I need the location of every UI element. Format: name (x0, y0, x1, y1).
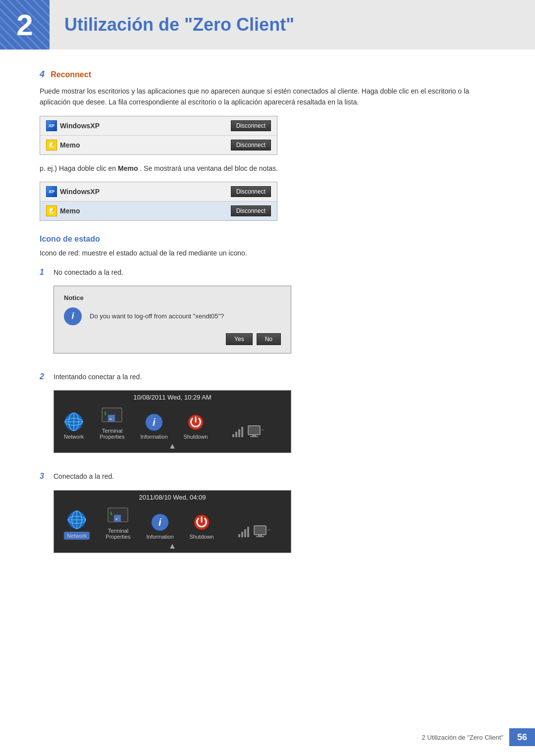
item1-text: No conectado a la red. (54, 267, 495, 278)
svg-text:→: → (266, 526, 270, 533)
session-box-2: XP WindowsXP Disconnect 📝 Memo Disconnec… (40, 182, 277, 221)
svg-rect-16 (248, 426, 260, 435)
taskbar-item-info: i Information (140, 413, 167, 440)
session-row-highlighted: 📝 Memo Disconnect (40, 202, 277, 220)
monitor-icon-2: → (253, 525, 270, 540)
signal-icon (231, 426, 244, 438)
taskbar-indicator: ▲ (54, 442, 291, 453)
session-name: Memo (60, 141, 80, 149)
disconnect-button-2[interactable]: Disconnect (231, 140, 271, 151)
notice-header: Notice (64, 294, 281, 302)
monitor-icon: → (247, 425, 264, 440)
subsection-icon-title: Icono de estado (40, 235, 495, 244)
memo-icon: 📝 (46, 205, 57, 216)
num-label-1: 1 (40, 268, 50, 277)
svg-rect-17 (252, 435, 256, 436)
svg-rect-32 (238, 534, 240, 537)
session-row: XP WindowsXP Disconnect (40, 182, 277, 202)
svg-rect-36 (254, 526, 266, 535)
svg-text:i: i (159, 517, 161, 528)
footer-text: 2 Utilización de "Zero Client" (422, 734, 509, 741)
globe-icon (64, 412, 84, 432)
taskbar-item-shutdown: Shutdown (184, 413, 208, 440)
network-label-connected: Network (64, 532, 90, 540)
taskbar-item-terminal-2: $ _ ≡ Terminal Properties (106, 507, 130, 540)
num-item-3: 3 Conectado a la red. 2011/08/10 Wed, 04… (40, 471, 495, 560)
svg-rect-34 (244, 529, 246, 537)
xp-icon: XP (46, 120, 57, 131)
taskbar-item-shutdown-2: Shutdown (190, 513, 214, 540)
svg-text:≡: ≡ (115, 517, 117, 521)
chapter-title: Utilización de "Zero Client" (50, 14, 294, 35)
terminal-icon-2: $ _ ≡ (107, 507, 129, 526)
taskbar-item-network-highlighted: Network (64, 510, 90, 540)
taskbar-time-1: 10/08/2011 Wed, 10:29 AM (54, 391, 291, 403)
shutdown-icon (186, 413, 205, 432)
signal-icon-2 (237, 526, 250, 538)
section4-body: Puede mostrar los escritorios y las apli… (40, 86, 495, 108)
page-number: 56 (509, 728, 535, 746)
svg-rect-12 (232, 434, 234, 437)
item2-text: Intentando conectar a la red. (54, 371, 495, 382)
session-name: WindowsXP (60, 122, 100, 130)
svg-rect-13 (235, 432, 237, 437)
page-footer: 2 Utilización de "Zero Client" 56 (0, 728, 535, 746)
disconnect-button-4[interactable]: Disconnect (231, 205, 271, 216)
chapter-header: 2 Utilización de "Zero Client" (0, 0, 535, 50)
taskbar-box-2: 2011/08/10 Wed, 04:09 Network (54, 490, 291, 553)
session-name: WindowsXP (60, 188, 100, 196)
disconnect-button-1[interactable]: Disconnect (231, 120, 271, 131)
svg-rect-37 (258, 535, 262, 536)
no-button[interactable]: No (257, 333, 281, 345)
svg-text:i: i (153, 417, 156, 428)
svg-text:→: → (260, 426, 264, 433)
information-icon-2: i (150, 513, 170, 532)
main-content: 4 Reconnect Puede mostrar los escritorio… (0, 69, 535, 610)
svg-rect-15 (241, 427, 243, 437)
taskbar-box-1: 10/08/2011 Wed, 10:29 AM Network (54, 390, 291, 453)
terminal-label-2: Terminal Properties (106, 528, 130, 540)
section4-heading: 4 Reconnect (40, 69, 495, 80)
taskbar-item-info-2: i Information (146, 513, 173, 540)
xp-icon: XP (46, 186, 57, 197)
taskbar-time-2: 2011/08/10 Wed, 04:09 (54, 491, 291, 503)
shutdown-icon-2 (192, 513, 211, 532)
section4-title: Reconnect (51, 70, 91, 79)
disconnect-button-3[interactable]: Disconnect (231, 186, 271, 197)
chapter-number: 2 (0, 0, 50, 50)
shutdown-label: Shutdown (184, 434, 208, 440)
information-icon: i (144, 413, 164, 432)
svg-rect-35 (247, 527, 249, 537)
num-label-3: 3 (40, 472, 50, 481)
terminal-label: Terminal Properties (100, 428, 124, 440)
session-row: 📝 Memo Disconnect (40, 136, 277, 154)
session-name: Memo (60, 207, 80, 215)
network-label: Network (64, 434, 84, 440)
terminal-icon: $ _ ≡ (101, 407, 123, 426)
num-item-2: 2 Intentando conectar a la red. 10/08/20… (40, 371, 495, 461)
session-row: XP WindowsXP Disconnect (40, 116, 277, 136)
svg-text:≡: ≡ (109, 417, 111, 421)
num-item-1: 1 No conectado a la red. Notice i Do you… (40, 267, 495, 361)
memo-icon: 📝 (46, 140, 57, 151)
subsection-icon-body: Icono de red: muestre el estado actual d… (40, 248, 495, 258)
globe-icon-connected (67, 510, 87, 530)
notice-box: Notice i Do you want to log-off from acc… (54, 286, 291, 353)
yes-button[interactable]: Yes (226, 333, 253, 345)
info-icon: i (64, 307, 82, 325)
item3-text: Conectado a la red. (54, 471, 495, 482)
info-label-2: Information (146, 534, 173, 540)
notice-message: Do you want to log-off from account "xen… (90, 312, 224, 320)
num-label-2: 2 (40, 372, 50, 381)
taskbar-item-terminal: $ _ ≡ Terminal Properties (100, 407, 124, 440)
note-text: p. ej.) Haga doble clic en Memo . Se mos… (40, 163, 495, 174)
svg-rect-33 (241, 532, 243, 537)
session-box-1: XP WindowsXP Disconnect 📝 Memo Disconnec… (40, 116, 277, 155)
svg-rect-14 (238, 429, 240, 437)
info-label: Information (140, 434, 167, 440)
section4-number: 4 (40, 69, 45, 79)
svg-rect-38 (256, 536, 264, 537)
taskbar-item-network: Network (64, 412, 84, 440)
taskbar-indicator-2: ▲ (54, 542, 291, 553)
shutdown-label-2: Shutdown (190, 534, 214, 540)
